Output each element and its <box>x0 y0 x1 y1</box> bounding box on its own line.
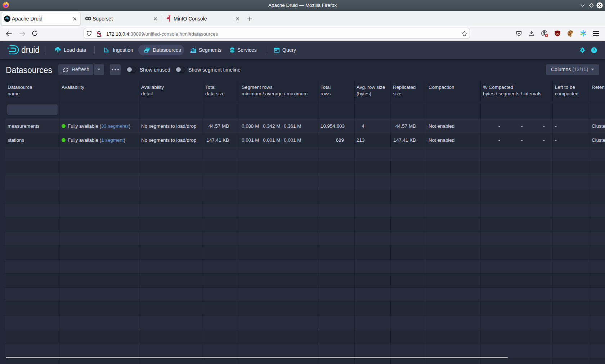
svg-text:uO: uO <box>556 32 560 35</box>
svg-text:?: ? <box>593 48 595 52</box>
